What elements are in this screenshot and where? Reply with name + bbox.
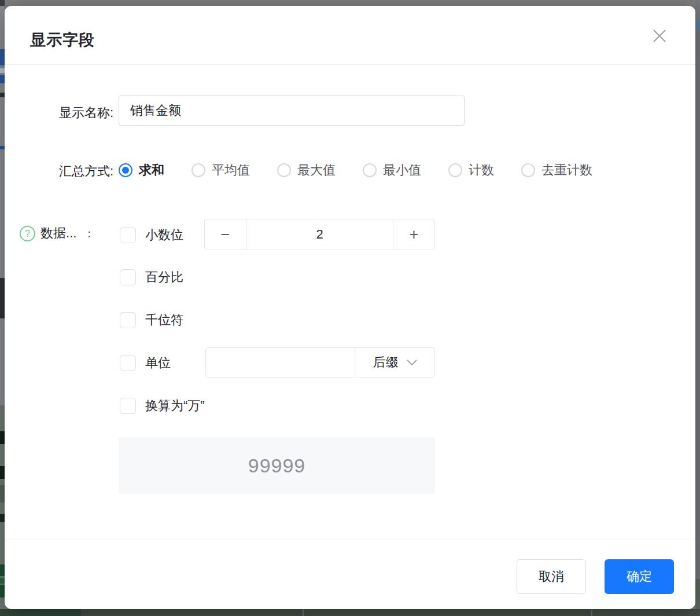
percent-row: 百分比: [120, 269, 183, 286]
backdrop-fragment: [0, 68, 5, 73]
radio-distinct-count[interactable]: 去重计数: [521, 162, 592, 179]
display-name-label: 显示名称:: [20, 104, 113, 122]
backdrop-fragment: [0, 49, 5, 65]
backdrop-fragment: [0, 578, 5, 584]
backdrop-fragment: [303, 609, 304, 616]
radio-unselected-icon: [521, 163, 535, 177]
decimal-stepper: − +: [204, 219, 435, 250]
close-icon: [651, 27, 668, 45]
stepper-minus-button[interactable]: −: [205, 219, 246, 250]
backdrop-fragment: [0, 564, 5, 576]
unit-position-value: 后缀: [373, 354, 399, 371]
radio-label: 求和: [139, 162, 164, 179]
backdrop-fragment: [0, 93, 5, 97]
radio-selected-icon: [119, 163, 132, 177]
wan-label: 换算为“万”: [145, 397, 205, 415]
radio-max[interactable]: 最大值: [277, 162, 336, 179]
header-divider: [5, 64, 695, 65]
radio-average[interactable]: 平均值: [191, 162, 250, 179]
stepper-value-input[interactable]: [246, 219, 393, 250]
wan-row: 换算为“万”: [120, 397, 205, 415]
display-field-dialog: 显示字段 显示名称: 汇总方式: 求和 平均值 最大值 最小值 计数: [5, 6, 695, 609]
backdrop-fragment: [0, 0, 5, 6]
decimal-label: 小数位: [145, 226, 183, 244]
backdrop-fragment: [0, 609, 700, 616]
unit-input-group: 后缀: [205, 347, 435, 377]
percent-label: 百分比: [145, 269, 183, 286]
backdrop-fragment: [0, 514, 5, 522]
unit-row: 单位: [120, 354, 171, 372]
thousands-label: 千位符: [145, 311, 183, 329]
confirm-button[interactable]: 确定: [605, 559, 674, 594]
unit-text-input[interactable]: [206, 348, 355, 377]
unit-label: 单位: [145, 354, 171, 372]
radio-count[interactable]: 计数: [448, 162, 494, 179]
thousands-checkbox[interactable]: [120, 312, 136, 328]
radio-unselected-icon: [363, 163, 377, 177]
backdrop-fragment: [0, 75, 5, 83]
chevron-down-icon: [407, 360, 417, 366]
backdrop-fragment: [0, 146, 5, 149]
backdrop-fragment: [0, 485, 5, 503]
backdrop-fragment: [0, 6, 5, 405]
display-name-input[interactable]: [119, 96, 465, 126]
backdrop-fragment: [0, 609, 81, 616]
dialog-title: 显示字段: [30, 30, 95, 50]
percent-checkbox[interactable]: [120, 269, 136, 285]
radio-unselected-icon: [191, 163, 205, 177]
backdrop-fragment: [0, 278, 5, 318]
radio-sum[interactable]: 求和: [119, 162, 164, 179]
aggregation-radio-group: 求和 平均值 最大值 最小值 计数 去重计数: [119, 162, 592, 179]
wan-checkbox[interactable]: [120, 398, 136, 414]
decimal-checkbox[interactable]: [120, 227, 136, 243]
close-button[interactable]: [648, 24, 671, 47]
unit-checkbox[interactable]: [120, 355, 136, 371]
help-icon[interactable]: ?: [20, 226, 35, 241]
radio-label: 去重计数: [541, 162, 592, 179]
data-format-label: 数据...: [40, 225, 76, 242]
stepper-plus-button[interactable]: +: [393, 219, 434, 250]
backdrop-fragment: [0, 585, 5, 597]
radio-min[interactable]: 最小值: [363, 162, 421, 179]
radio-label: 平均值: [212, 162, 250, 179]
radio-unselected-icon: [448, 163, 462, 177]
radio-label: 计数: [469, 162, 494, 179]
data-format-colon: ：: [83, 226, 95, 241]
footer-divider: [5, 540, 695, 540]
thousands-row: 千位符: [120, 311, 183, 329]
backdrop-fragment: [0, 431, 5, 444]
radio-label: 最小值: [383, 162, 421, 179]
data-format-label-group: ? 数据... ：: [20, 225, 95, 242]
backdrop-fragment: [695, 0, 700, 616]
backdrop-fragment: [0, 466, 5, 479]
unit-position-select[interactable]: 后缀: [355, 348, 434, 377]
backdrop-fragment: [591, 609, 592, 616]
cancel-button[interactable]: 取消: [517, 559, 586, 594]
radio-label: 最大值: [297, 162, 336, 179]
decimal-row: 小数位: [120, 226, 183, 244]
aggregation-label: 汇总方式:: [20, 163, 113, 180]
radio-unselected-icon: [277, 163, 291, 177]
backdrop-fragment: [695, 20, 700, 30]
format-preview: 99999: [119, 437, 435, 494]
